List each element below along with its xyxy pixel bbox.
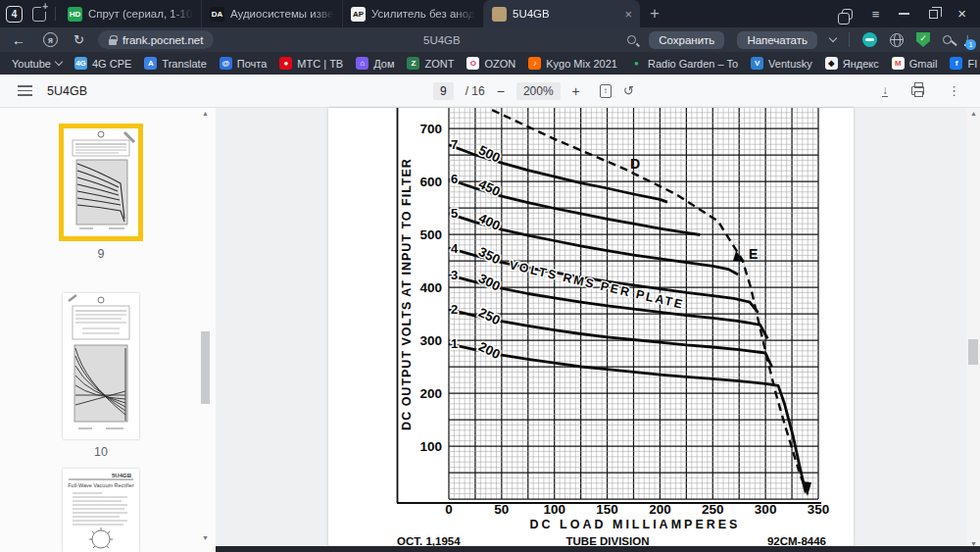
tab-title: Аудиосистемы известных bbox=[230, 8, 334, 20]
minimize-button[interactable] bbox=[899, 13, 909, 15]
tab-аудиосистемы-известн[interactable]: DAАудиосистемы известных bbox=[201, 0, 342, 27]
url-field[interactable]: frank.pocnet.net bbox=[98, 30, 214, 49]
extension-icon-teal[interactable] bbox=[862, 32, 877, 47]
curve-number-label: 7 bbox=[451, 137, 458, 152]
fit-to-page-icon[interactable]: ↕ bbox=[600, 84, 612, 98]
browser-window: 4 HDСпрут (сериал, 1-10 сезонDAАудиосист… bbox=[0, 0, 980, 552]
footer-division: TUBE DIVISION bbox=[566, 535, 650, 546]
bookmark-radio-garden-–-to[interactable]: ●Radio Garden – To bbox=[630, 57, 738, 70]
x-tick-label: 200 bbox=[649, 502, 671, 517]
bookmark-4g-cpe[interactable]: 4G4G CPE bbox=[74, 57, 131, 70]
print-page-button[interactable]: Напечатать bbox=[737, 31, 817, 49]
bookmark-label: Дом bbox=[373, 58, 394, 70]
bookmark-ventusky[interactable]: VVentusky bbox=[751, 57, 812, 70]
thumbnail-10-preview bbox=[63, 293, 139, 439]
back-button[interactable]: ← bbox=[12, 32, 25, 48]
main-scrollbar-thumb[interactable] bbox=[968, 339, 978, 365]
bookmark-favicon: ● bbox=[279, 57, 292, 70]
window-controls: ≡ × bbox=[842, 7, 980, 22]
thumbnail-page-11[interactable]: 5U4GB Full-Wave Vacuum Rectifier bbox=[63, 469, 139, 552]
bookmark-kygo-mix-2021[interactable]: ♪Kygo Mix 2021 bbox=[528, 57, 617, 70]
pdf-download-icon[interactable]: ↓ bbox=[882, 85, 888, 97]
save-page-button[interactable]: Сохранить bbox=[649, 31, 724, 49]
page-number-input[interactable]: 9 bbox=[433, 82, 454, 100]
bookmark-label: Gmail bbox=[909, 58, 938, 70]
bookmark-favicon: f bbox=[950, 57, 962, 70]
bookmark-favicon: ◆ bbox=[825, 57, 838, 70]
bookmark-fi[interactable]: fFI bbox=[950, 57, 977, 70]
reload-button[interactable]: ↻ bbox=[74, 32, 84, 47]
bookmark-favicon: M bbox=[892, 57, 905, 70]
sidebar-scroll-up-icon[interactable]: ▲ bbox=[202, 110, 209, 117]
tab-favicon: AP bbox=[351, 7, 366, 22]
thumbnail-page-10[interactable] bbox=[63, 293, 139, 439]
lock-icon bbox=[109, 39, 117, 45]
find-zoom-icon[interactable] bbox=[627, 35, 636, 44]
pdf-print-icon[interactable] bbox=[911, 86, 924, 95]
sidebar-scrollbar[interactable]: ▲ ▼ bbox=[199, 108, 213, 546]
curve-rms-label: 300 bbox=[476, 271, 503, 293]
maximize-button[interactable] bbox=[929, 10, 938, 19]
browser-feature-icon[interactable]: я bbox=[43, 32, 58, 47]
tab-counter-button[interactable]: 4 bbox=[6, 6, 23, 23]
browser-menu-icon[interactable]: ≡ bbox=[872, 7, 880, 22]
bookmark-favicon: Z bbox=[407, 57, 419, 70]
pdf-viewport: DE7500645054004350330022501200VOLTS RMS … bbox=[216, 108, 980, 552]
y-tick-label: 700 bbox=[419, 122, 442, 136]
curve-number-label: 3 bbox=[451, 268, 458, 282]
globe-extension-icon[interactable] bbox=[890, 33, 904, 47]
new-tab-panel-icon[interactable] bbox=[32, 7, 46, 22]
bookmark-label: МТС | ТВ bbox=[297, 58, 343, 70]
bottom-strip bbox=[216, 546, 980, 552]
bookmark-яндекс[interactable]: ◆Яндекс bbox=[825, 57, 879, 70]
bookmark-zont[interactable]: ZZONT bbox=[407, 57, 454, 70]
pdf-page: DE7500645054004350330022501200VOLTS RMS … bbox=[328, 108, 854, 546]
bookmark-почта[interactable]: @Почта bbox=[220, 57, 268, 70]
tab-усилитель-без-анодно[interactable]: APУсилитель без анодного т bbox=[342, 0, 483, 27]
thumbnail-10-label: 10 bbox=[59, 445, 143, 459]
bookmark-label: Youtube bbox=[12, 58, 51, 70]
x-axis-title: DC LOAD MILLIAMPERES bbox=[530, 518, 741, 531]
adblock-shield-icon[interactable]: ✓ bbox=[916, 32, 930, 47]
curve-number-label: 2 bbox=[451, 302, 458, 317]
pdf-toolbar: 5U4GB 9 / 16 − 200% + ↕ ↻ ↓ ⋮ bbox=[0, 75, 980, 108]
pdf-sidebar-toggle-icon[interactable] bbox=[18, 85, 32, 96]
bookmark-gmail[interactable]: MGmail bbox=[892, 57, 938, 70]
bookmark-ozon[interactable]: OOZON bbox=[466, 57, 515, 70]
sidebar-scrollbar-thumb[interactable] bbox=[201, 331, 210, 404]
tab-спрут-(сериал,-1-10-[interactable]: HDСпрут (сериал, 1-10 сезон bbox=[60, 0, 201, 27]
bookmark-дом[interactable]: ⌂Дом bbox=[356, 57, 394, 70]
tab-5u4gb[interactable]: 5U4GB× bbox=[483, 0, 640, 27]
main-scrollbar[interactable]: ▲ ▼ bbox=[966, 108, 980, 552]
key-extension-icon[interactable] bbox=[943, 35, 952, 44]
page-count-label: / 16 bbox=[466, 84, 485, 98]
thumbnail-page-9[interactable] bbox=[59, 124, 143, 241]
boundary-label-e: E bbox=[749, 246, 758, 262]
chevron-down-icon[interactable] bbox=[829, 34, 837, 42]
zoom-in-button[interactable]: + bbox=[572, 83, 580, 99]
zoom-out-button[interactable]: − bbox=[497, 83, 505, 99]
rotate-page-icon[interactable]: ↻ bbox=[623, 83, 634, 98]
y-tick-label: 400 bbox=[419, 280, 442, 295]
sidebar-scroll-down-icon[interactable]: ▼ bbox=[202, 534, 209, 541]
thumbnail-9-preview bbox=[64, 128, 138, 236]
bookmark-мтс-|-тв[interactable]: ●МТС | ТВ bbox=[279, 57, 343, 70]
bookmark-label: Kygo Mix 2021 bbox=[546, 58, 617, 70]
bookmark-favicon: 4G bbox=[74, 57, 87, 70]
main-scroll-up-icon[interactable]: ▲ bbox=[970, 110, 977, 117]
tab-close-icon[interactable]: × bbox=[624, 7, 632, 22]
bookmark-translate[interactable]: ATranslate bbox=[144, 57, 206, 70]
y-axis-title: DC OUTPUT VOLTS AT INPUT TO FILTER bbox=[400, 158, 414, 430]
y-tick-label: 500 bbox=[419, 227, 442, 242]
zoom-level-input[interactable]: 200% bbox=[516, 82, 561, 100]
new-tab-button[interactable]: + bbox=[650, 4, 660, 24]
bookmark-label: Яндекс bbox=[843, 58, 879, 70]
bookmark-youtube[interactable]: Youtube bbox=[12, 58, 62, 70]
bookmark-label: ZONT bbox=[424, 58, 454, 70]
pdf-more-menu-icon[interactable]: ⋮ bbox=[948, 83, 960, 98]
close-window-button[interactable]: × bbox=[957, 9, 966, 19]
pdf-toolbar-actions: ↓ ⋮ bbox=[882, 83, 980, 98]
download-count-badge: 1 bbox=[965, 39, 976, 50]
tab-search-icon[interactable] bbox=[842, 9, 853, 20]
downloads-button[interactable]: ↓ 1 bbox=[964, 33, 970, 46]
